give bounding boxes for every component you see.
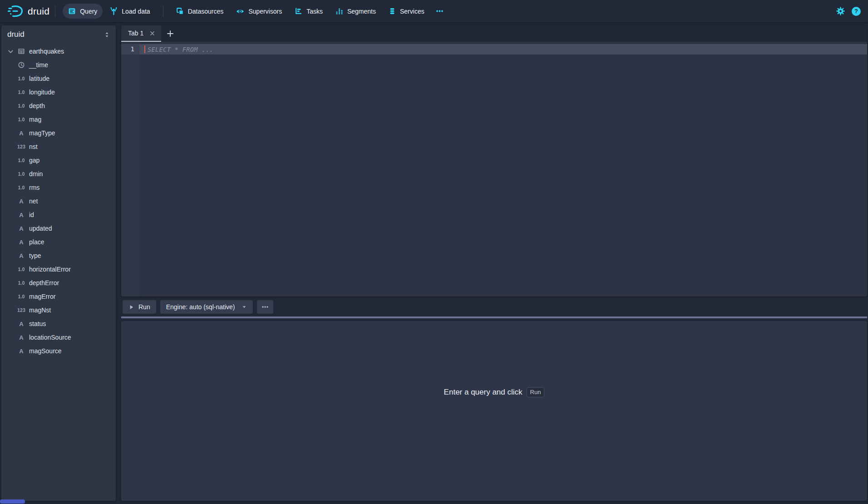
tree-item-deptherror[interactable]: 1.0depthError [1,276,116,290]
more-options-button[interactable] [257,300,273,314]
tree-item-label: magType [29,129,55,137]
tree-item-type[interactable]: Atype [1,249,116,262]
tree-item-label: nst [29,143,38,150]
tree-item-label: magNst [29,306,51,314]
tree-item-magerror[interactable]: 1.0magError [1,290,116,303]
string-badge: A [19,239,24,246]
druid-logo-icon [7,4,24,18]
tree-item-status[interactable]: Astatus [1,317,116,331]
tree-item-nst[interactable]: 123nst [1,140,116,153]
string-badge: A [19,321,24,327]
brand-name: druid [28,6,49,17]
tree-item-label: gap [29,157,39,164]
tree-item-rms[interactable]: 1.0rms [1,181,116,194]
nav-item-segments[interactable]: Segments [330,4,381,19]
column-tree: earthquakes__time1.0latitude1.0longitude… [1,44,116,358]
tree-item-depth[interactable]: 1.0depth [1,99,116,113]
nav-item-load-data[interactable]: Load data [104,4,155,19]
nav-item-supervisors[interactable]: Supervisors [231,4,287,19]
float-badge: 1.0 [18,89,25,95]
tree-item-net[interactable]: Anet [1,194,116,208]
nav-item-label: Services [400,8,424,15]
float-badge: 1.0 [18,267,25,272]
tree-item-id[interactable]: Aid [1,208,116,222]
line-number: 1 [121,44,139,54]
tree-item-locationsource[interactable]: AlocationSource [1,331,116,344]
close-icon[interactable] [148,30,156,37]
long-badge: 123 [17,144,25,149]
tree-item-label: earthquakes [29,48,64,55]
column-type-box: A [17,198,26,205]
run-bar: Run Engine: auto (sql-native) [121,296,867,314]
nav-more-button[interactable] [432,4,448,19]
tree-item-label: place [29,238,44,246]
sidebar-header: druid [1,25,116,44]
nav-item-services[interactable]: Services [383,4,430,19]
nav-items: QueryLoad dataDatasourcesSupervisorsTask… [49,4,447,19]
tree-item-label: rms [29,184,39,191]
sql-editor[interactable]: 1 SELECT * FROM ... [121,42,867,296]
nav-item-label: Load data [122,8,150,15]
float-badge: 1.0 [18,171,25,177]
tree-item-mag[interactable]: 1.0mag [1,113,116,126]
clock-icon [18,61,25,69]
text-cursor [144,45,145,53]
tree-item-label: updated [29,225,52,232]
tree-item-dmin[interactable]: 1.0dmin [1,167,116,181]
help-icon[interactable]: ? [852,7,861,16]
tree-item-magnst[interactable]: 123magNst [1,303,116,317]
column-type-box: A [17,130,26,137]
column-type-box: A [17,239,26,246]
nav-item-tasks[interactable]: Tasks [289,4,328,19]
tree-item-time[interactable]: __time [1,58,116,72]
run-chip: Run [527,387,545,397]
tree-item-magsource[interactable]: AmagSource [1,344,116,358]
panel-splitter[interactable] [121,316,867,318]
tree-item-label: type [29,252,41,259]
float-badge: 1.0 [18,294,25,299]
tree-item-label: horizontalError [29,266,71,273]
column-type-box: A [17,348,26,355]
run-button-label: Run [138,303,150,311]
string-badge: A [19,198,24,205]
table-icon [18,48,25,55]
string-badge: A [19,252,24,259]
more-dots-icon [261,303,269,311]
tree-item-label: net [29,198,38,205]
tree-item-earthquakes[interactable]: earthquakes [1,44,116,58]
column-type-box: 1.0 [17,280,26,286]
more-icon [436,7,444,15]
query-tab-tab-1[interactable]: Tab 1 [121,25,161,42]
top-navbar: druid QueryLoad dataDatasourcesSuperviso… [0,0,868,22]
tree-item-label: dmin [29,170,43,178]
engine-label: Engine: auto (sql-native) [166,303,235,311]
settings-gear-icon[interactable] [836,7,845,15]
tree-item-label: id [29,211,34,218]
main-area: Tab 1 1 SELECT * FROM ... Run Engine: au… [121,25,867,501]
long-badge: 123 [17,307,25,313]
sort-icon[interactable] [104,31,110,38]
column-type-box: A [17,252,26,259]
run-button[interactable]: Run [123,300,156,314]
nav-item-query[interactable]: Query [63,4,103,19]
tree-item-magtype[interactable]: AmagType [1,126,116,140]
tree-item-latitude[interactable]: 1.0latitude [1,72,116,85]
time-column-type-box [17,61,26,69]
play-icon [128,304,134,310]
nav-item-datasources[interactable]: Datasources [171,4,229,19]
column-type-box: 1.0 [17,158,26,163]
column-type-box: 123 [17,144,26,149]
add-tab-button[interactable] [161,25,179,42]
tree-item-horizontalerror[interactable]: 1.0horizontalError [1,262,116,276]
tree-item-label: latitude [29,75,49,82]
float-badge: 1.0 [18,103,25,109]
tree-item-updated[interactable]: Aupdated [1,222,116,235]
tree-item-longitude[interactable]: 1.0longitude [1,85,116,99]
horizontal-scrollbar-thumb[interactable] [0,499,25,504]
tree-item-gap[interactable]: 1.0gap [1,153,116,167]
float-badge: 1.0 [18,158,25,163]
engine-select-button[interactable]: Engine: auto (sql-native) [160,300,253,314]
query-panel: Tab 1 1 SELECT * FROM ... [121,25,867,296]
datasource-type-box [17,48,26,55]
tree-item-place[interactable]: Aplace [1,235,116,249]
